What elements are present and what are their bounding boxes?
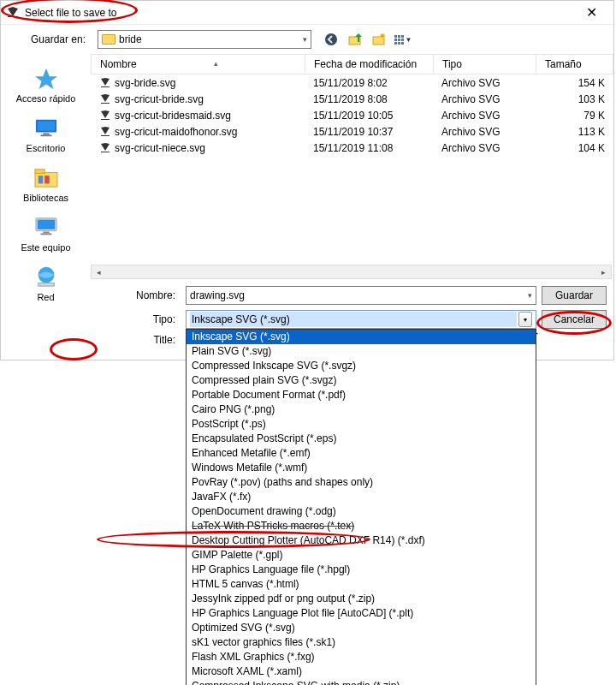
save-in-label: Guardar en: — [18, 33, 91, 45]
title-label: Title: — [108, 334, 181, 346]
sort-asc-icon: ▴ — [214, 59, 218, 68]
col-type[interactable]: Tipo — [434, 55, 536, 74]
place-label: Este equipo — [21, 242, 70, 253]
file-date: 15/11/2019 10:05 — [305, 110, 433, 122]
filetype-option[interactable]: HP Graphics Language Plot file [AutoCAD]… — [187, 606, 536, 621]
filetype-selected: Inkscape SVG (*.svg) — [190, 312, 517, 327]
filetype-option[interactable]: JessyInk zipped pdf or png output (*.zip… — [187, 592, 536, 606]
svg-file-icon — [99, 142, 111, 154]
place-thispc[interactable]: Este equipo — [1, 215, 91, 253]
place-desktop[interactable]: Escritorio — [1, 116, 91, 153]
chevron-down-icon[interactable]: ▾ — [528, 291, 532, 300]
scroll-left-icon[interactable]: ◂ — [92, 265, 106, 278]
file-date: 15/11/2019 11:08 — [305, 142, 433, 154]
place-quick[interactable]: Acceso rápido — [1, 66, 91, 104]
place-label: Acceso rápido — [16, 93, 76, 104]
filetype-option[interactable]: HP Graphics Language file (*.hpgl) — [187, 563, 536, 577]
svg-rect-10 — [35, 170, 44, 174]
svg-point-1 — [325, 33, 337, 45]
folder-select[interactable]: bride ▾ — [98, 30, 311, 49]
file-type: Archivo SVG — [433, 93, 536, 105]
horizontal-scrollbar[interactable]: ◂ ▸ — [91, 265, 612, 279]
filetype-option[interactable]: Windows Metafile (*.wmf) — [187, 461, 536, 475]
file-listing: Nombre▴ Fecha de modificación Tipo Tamañ… — [91, 54, 613, 360]
svg-file-icon — [99, 93, 111, 105]
filetype-option[interactable]: Cairo PNG (*.png) — [187, 402, 536, 417]
file-size: 79 K — [536, 110, 613, 122]
filetype-option[interactable]: Microsoft XAML (*.xaml) — [187, 664, 536, 679]
folder-icon — [102, 34, 116, 45]
file-name: svg-cricut-bride.svg — [115, 93, 204, 105]
column-headers: Nombre▴ Fecha de modificación Tipo Tamañ… — [91, 54, 613, 74]
filetype-option[interactable]: PovRay (*.pov) (paths and shapes only) — [187, 475, 536, 490]
filetype-option[interactable]: OpenDocument drawing (*.odg) — [187, 504, 536, 519]
view-menu-icon[interactable]: ▼ — [395, 32, 411, 47]
filetype-combo[interactable]: Inkscape SVG (*.svg) ▾ ↖ Inkscape SVG (*… — [186, 310, 536, 329]
place-network[interactable]: Red — [1, 265, 91, 302]
file-row[interactable]: svg-cricut-maidofhonor.svg15/11/2019 10:… — [91, 123, 613, 140]
filetype-option[interactable]: HTML 5 canvas (*.html) — [187, 577, 536, 592]
filetype-option[interactable]: Compressed Inkscape SVG with media (*.zi… — [187, 679, 536, 685]
filetype-option[interactable]: GIMP Palette (*.gpl) — [187, 548, 536, 563]
col-size[interactable]: Tamaño — [536, 55, 613, 74]
filetype-option[interactable]: Portable Document Format (*.pdf) — [187, 388, 536, 402]
filetype-option[interactable]: sK1 vector graphics files (*.sk1) — [187, 635, 536, 650]
filetype-option[interactable]: Optimized SVG (*.svg) — [187, 621, 536, 635]
filename-label: Nombre: — [108, 289, 181, 301]
filetype-dropdown[interactable]: Inkscape SVG (*.svg)Plain SVG (*.svg)Com… — [186, 329, 536, 685]
filetype-option[interactable]: Plain SVG (*.svg) — [187, 344, 536, 359]
col-date[interactable]: Fecha de modificación — [305, 55, 434, 74]
chevron-down-icon[interactable]: ▾ — [518, 312, 532, 327]
file-type: Archivo SVG — [433, 110, 536, 122]
svg-rect-23 — [101, 152, 110, 152]
file-row[interactable]: svg-cricut-bride.svg15/11/2019 8:08Archi… — [91, 91, 613, 107]
file-date: 15/11/2019 8:08 — [305, 93, 433, 105]
svg-rect-12 — [44, 176, 50, 183]
file-type: Archivo SVG — [433, 142, 536, 154]
filetype-option[interactable]: Encapsulated PostScript (*.eps) — [187, 432, 536, 446]
filetype-option[interactable]: Compressed Inkscape SVG (*.svgz) — [187, 359, 536, 373]
svg-rect-16 — [40, 233, 51, 235]
filetype-option[interactable]: Flash XML Graphics (*.fxg) — [187, 650, 536, 664]
file-size: 154 K — [536, 77, 613, 89]
back-icon[interactable] — [323, 32, 339, 47]
save-dialog: Select file to save to ✕ Guardar en: bri… — [0, 0, 614, 360]
file-row[interactable]: svg-cricut-niece.svg15/11/2019 11:08Arch… — [91, 140, 613, 156]
scroll-track[interactable] — [106, 265, 596, 278]
place-label: Bibliotecas — [23, 193, 68, 203]
svg-rect-11 — [38, 176, 43, 183]
close-button[interactable]: ✕ — [574, 4, 608, 21]
cancel-button[interactable]: Cancelar — [542, 310, 607, 329]
file-row[interactable]: svg-bride.svg15/11/2019 8:02Archivo SVG1… — [91, 74, 613, 91]
new-folder-icon[interactable] — [371, 32, 387, 47]
svg-file-icon — [99, 77, 111, 89]
svg-file-icon — [99, 110, 111, 122]
filetype-option[interactable]: JavaFX (*.fx) — [187, 490, 536, 504]
svg-rect-6 — [37, 122, 54, 131]
filetype-option[interactable]: Desktop Cutting Plotter (AutoCAD DXF R14… — [187, 533, 536, 548]
filetype-option[interactable]: LaTeX With PSTricks macros (*.tex) — [187, 519, 536, 533]
file-name: svg-bride.svg — [115, 77, 175, 89]
thispc-icon — [33, 215, 60, 239]
filetype-option[interactable]: Inkscape SVG (*.svg) — [187, 330, 536, 344]
filetype-label: Tipo: — [108, 313, 181, 325]
app-icon — [6, 6, 20, 20]
svg-rect-22 — [101, 135, 110, 136]
folder-name: bride — [119, 33, 142, 45]
svg-rect-14 — [37, 220, 54, 229]
filetype-option[interactable]: PostScript (*.ps) — [187, 417, 536, 432]
col-name[interactable]: Nombre▴ — [92, 55, 305, 74]
chevron-down-icon: ▾ — [303, 35, 307, 44]
filetype-option[interactable]: Enhanced Metafile (*.emf) — [187, 446, 536, 461]
file-row[interactable]: svg-cricut-bridesmaid.svg15/11/2019 10:0… — [91, 107, 613, 123]
place-libs[interactable]: Bibliotecas — [1, 165, 91, 203]
save-button[interactable]: Guardar — [542, 286, 607, 305]
filetype-option[interactable]: Compressed plain SVG (*.svgz) — [187, 373, 536, 388]
up-one-level-icon[interactable] — [347, 32, 363, 47]
scroll-right-icon[interactable]: ▸ — [596, 265, 611, 278]
file-size: 103 K — [536, 93, 613, 105]
filename-input[interactable]: drawing.svg ▾ — [186, 286, 536, 305]
file-rows[interactable]: svg-bride.svg15/11/2019 8:02Archivo SVG1… — [91, 74, 613, 263]
window-title: Select file to save to — [25, 7, 116, 19]
svg-rect-15 — [43, 232, 49, 234]
